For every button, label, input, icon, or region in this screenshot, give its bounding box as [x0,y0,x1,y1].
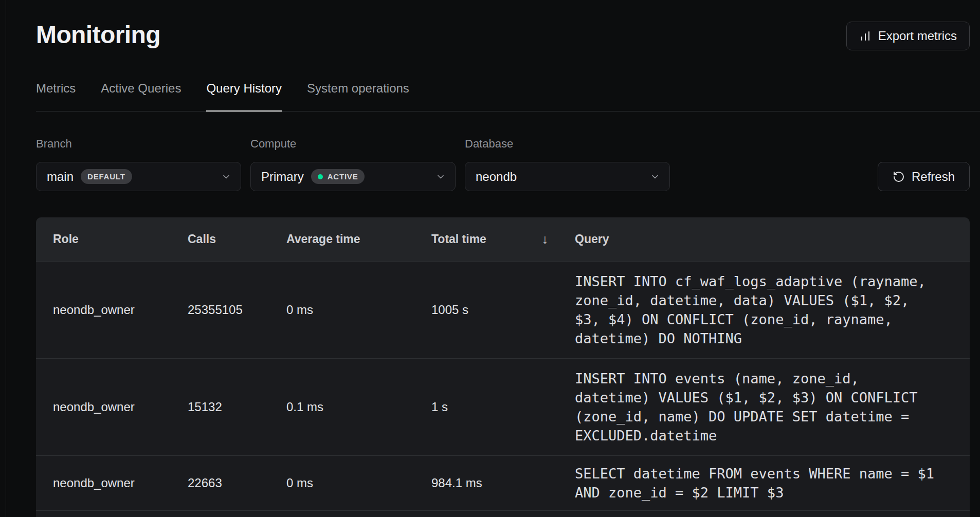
filters-bar: Branch main DEFAULT Compute Primary ACTI… [36,137,970,191]
chevron-down-icon [221,172,231,182]
monitoring-tabs: Metrics Active Queries Query History Sys… [36,81,980,112]
branch-select[interactable]: main DEFAULT [36,162,241,191]
chevron-down-icon [435,172,446,182]
query-history-table: Role Calls Average time Total time ↓ Que… [36,217,970,517]
branch-label: Branch [36,137,241,151]
default-badge: DEFAULT [81,169,132,184]
column-header-average-time[interactable]: Average time [286,232,431,246]
cell-query: INSERT INTO cf_waf_logs_adaptive (raynam… [575,272,938,348]
tab-system-operations[interactable]: System operations [307,81,409,111]
sort-desc-icon[interactable]: ↓ [542,232,549,247]
tab-metrics[interactable]: Metrics [36,81,76,111]
branch-filter: Branch main DEFAULT [36,137,241,191]
active-status-dot [318,174,323,179]
cell-total-time: 1 s [431,400,575,414]
export-metrics-button[interactable]: Export metrics [846,22,970,50]
table-header: Role Calls Average time Total time ↓ Que… [36,217,970,261]
compute-select[interactable]: Primary ACTIVE [250,162,456,191]
database-select[interactable]: neondb [465,162,670,191]
cell-role: neondb_owner [53,303,188,317]
cell-calls: 25355105 [188,303,286,317]
table-row[interactable]: neondb_owner 25355105 0 ms 1005 s INSERT… [36,261,970,358]
database-label: Database [465,137,670,151]
database-filter: Database neondb [465,137,670,191]
cell-average-time: 0.1 ms [286,400,431,414]
active-badge: ACTIVE [311,169,365,184]
page-header: Monitoring Export metrics [36,0,970,50]
cell-calls: 15132 [188,400,286,414]
export-metrics-icon [859,30,872,42]
chevron-down-icon [650,172,660,182]
active-badge-label: ACTIVE [328,172,358,181]
compute-filter: Compute Primary ACTIVE [250,137,456,191]
monitoring-page: Monitoring Export metrics Metrics Active… [0,0,980,517]
database-value: neondb [476,170,517,184]
column-header-role[interactable]: Role [53,232,188,246]
sidebar-edge-divider [6,0,6,517]
cell-role: neondb_owner [53,400,188,414]
tab-query-history[interactable]: Query History [206,81,282,111]
cell-average-time: 0 ms [286,303,431,317]
column-header-total-time[interactable]: Total time ↓ [431,232,575,247]
column-header-total-time-label: Total time [431,232,486,246]
table-row-partial [36,510,970,517]
cell-total-time: 984.1 ms [431,476,575,490]
refresh-label: Refresh [912,170,955,184]
branch-value: main [47,170,74,184]
cell-query: INSERT INTO events (name, zone_id, datet… [575,369,938,445]
refresh-icon [893,171,905,183]
compute-value: Primary [261,170,304,184]
column-header-query[interactable]: Query [575,232,970,246]
cell-query: SELECT datetime FROM events WHERE name =… [575,464,938,502]
export-metrics-label: Export metrics [878,29,957,43]
compute-label: Compute [250,137,456,151]
column-header-calls[interactable]: Calls [188,232,286,246]
cell-average-time: 0 ms [286,476,431,490]
page-title: Monitoring [36,21,160,49]
tab-active-queries[interactable]: Active Queries [101,81,181,111]
cell-role: neondb_owner [53,476,188,490]
cell-calls: 22663 [188,476,286,490]
cell-total-time: 1005 s [431,303,575,317]
refresh-button[interactable]: Refresh [878,162,970,191]
table-row[interactable]: neondb_owner 15132 0.1 ms 1 s INSERT INT… [36,358,970,455]
table-row[interactable]: neondb_owner 22663 0 ms 984.1 ms SELECT … [36,455,970,510]
